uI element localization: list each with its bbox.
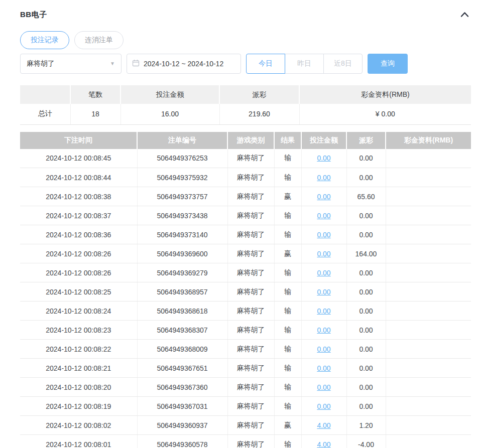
table-row: 2024-10-12 00:08:24 5064949368618 麻将胡了 输… (20, 302, 471, 321)
cell-payout: 0.00 (346, 225, 386, 244)
table-row: 2024-10-12 00:08:36 5064949373140 麻将胡了 输… (20, 225, 471, 244)
cell-game-type: 麻将胡了 (227, 302, 274, 321)
collapse-panel-button[interactable] (458, 11, 471, 19)
cell-result: 输 (274, 302, 301, 321)
cell-bonus (386, 340, 471, 359)
date-range-input[interactable]: 2024-10-12 ~ 2024-10-12 (127, 54, 241, 74)
quick-range-button-2[interactable]: 近8日 (323, 54, 363, 74)
cell-payout: 0.00 (346, 359, 386, 378)
bet-amount-link[interactable]: 0.00 (317, 402, 330, 410)
cell-bonus (386, 282, 471, 302)
cell-payout: 0.00 (346, 397, 386, 416)
cell-order-number: 5064949373140 (137, 225, 227, 244)
cell-order-number: 5064949368307 (137, 321, 227, 340)
cell-bet-amount: 0.00 (301, 244, 346, 263)
cell-bet-amount: 0.00 (301, 359, 346, 378)
bet-amount-link[interactable]: 0.00 (317, 154, 330, 162)
summary-total-count: 18 (70, 104, 121, 124)
cell-order-number: 5064949369600 (137, 244, 227, 263)
cell-bet-time: 2024-10-12 00:08:25 (20, 282, 137, 302)
bet-amount-link[interactable]: 4.00 (317, 421, 330, 429)
cell-game-type: 麻将胡了 (227, 397, 274, 416)
tab-1[interactable]: 连消注单 (74, 31, 124, 49)
cell-game-type: 麻将胡了 (227, 263, 274, 282)
cell-bet-time: 2024-10-12 00:08:20 (20, 378, 137, 397)
table-row: 2024-10-12 00:08:19 5064949367031 麻将胡了 输… (20, 397, 471, 416)
cell-payout: -4.00 (346, 435, 386, 448)
bet-amount-link[interactable]: 0.00 (317, 307, 330, 315)
cell-bet-time: 2024-10-12 00:08:01 (20, 435, 137, 448)
summary-table: 笔数 投注金额 派彩 彩金资料(RMB) 总计 18 16.00 219.60 … (20, 85, 471, 125)
chevron-up-icon (460, 12, 469, 19)
cell-bet-time: 2024-10-12 00:08:21 (20, 359, 137, 378)
cell-game-type: 麻将胡了 (227, 282, 274, 302)
bet-amount-link[interactable]: 0.00 (317, 174, 330, 182)
cell-game-type: 麻将胡了 (227, 149, 274, 168)
bet-amount-link[interactable]: 0.00 (317, 345, 330, 353)
cell-order-number: 5064949368009 (137, 340, 227, 359)
cell-bonus (386, 225, 471, 244)
calendar-icon (132, 59, 140, 68)
cell-bet-time: 2024-10-12 00:08:38 (20, 187, 137, 206)
table-row: 2024-10-12 00:08:25 5064949368957 麻将胡了 输… (20, 282, 471, 302)
cell-result: 输 (274, 149, 301, 168)
table-row: 2024-10-12 00:08:26 5064949369279 麻将胡了 输… (20, 263, 471, 282)
column-header: 彩金资料(RMB) (386, 132, 471, 149)
bet-amount-link[interactable]: 0.00 (317, 250, 330, 258)
cell-result: 输 (274, 263, 301, 282)
cell-game-type: 麻将胡了 (227, 378, 274, 397)
summary-total-label: 总计 (20, 104, 70, 124)
bet-amount-link[interactable]: 0.00 (317, 269, 330, 277)
cell-order-number: 5064949376253 (137, 149, 227, 168)
game-select[interactable]: 麻将胡了 ▼ (20, 54, 122, 74)
query-button[interactable]: 查询 (368, 54, 408, 74)
page-title: BB电子 (20, 10, 47, 20)
quick-range-button-1[interactable]: 昨日 (285, 54, 324, 74)
column-header: 结果 (274, 132, 301, 149)
cell-result: 输 (274, 321, 301, 340)
bet-amount-link[interactable]: 0.00 (317, 326, 330, 334)
table-row: 2024-10-12 00:08:44 5064949375932 麻将胡了 输… (20, 168, 471, 187)
bet-amount-link[interactable]: 0.00 (317, 193, 330, 201)
cell-payout: 65.60 (346, 187, 386, 206)
tab-0[interactable]: 投注记录 (20, 31, 69, 49)
table-row: 2024-10-12 00:08:37 5064949373438 麻将胡了 输… (20, 206, 471, 225)
bet-amount-link[interactable]: 0.00 (317, 364, 330, 372)
cell-bonus (386, 168, 471, 187)
cell-bonus (386, 378, 471, 397)
record-type-tabs: 投注记录连消注单 (20, 31, 471, 49)
records-tbody: 2024-10-12 00:08:45 5064949376253 麻将胡了 输… (20, 149, 471, 448)
cell-bonus (386, 416, 471, 435)
cell-result: 输 (274, 397, 301, 416)
cell-payout: 0.00 (346, 263, 386, 282)
bet-amount-link[interactable]: 4.00 (317, 440, 330, 448)
bet-amount-link[interactable]: 0.00 (317, 383, 330, 391)
filter-bar: 麻将胡了 ▼ 2024-10-12 ~ 2024-10-12 今日昨日近8日 查… (20, 54, 471, 74)
cell-bet-amount: 0.00 (301, 149, 346, 168)
cell-game-type: 麻将胡了 (227, 435, 274, 448)
summary-header-payout: 派彩 (219, 85, 299, 104)
summary-header-blank (20, 85, 70, 104)
bet-amount-link[interactable]: 0.00 (317, 212, 330, 220)
quick-range-button-0[interactable]: 今日 (246, 54, 285, 74)
records-header-row: 下注时间注单编号游戏类别结果投注金额派彩彩金资料(RMB) (20, 132, 471, 149)
cell-bet-amount: 0.00 (301, 340, 346, 359)
bet-amount-link[interactable]: 0.00 (317, 231, 330, 239)
table-row: 2024-10-12 00:08:23 5064949368307 麻将胡了 输… (20, 321, 471, 340)
cell-bet-time: 2024-10-12 00:08:45 (20, 149, 137, 168)
table-row: 2024-10-12 00:08:45 5064949376253 麻将胡了 输… (20, 149, 471, 168)
cell-bet-time: 2024-10-12 00:08:37 (20, 206, 137, 225)
cell-bet-amount: 4.00 (301, 416, 346, 435)
quick-range-group: 今日昨日近8日 (246, 54, 363, 74)
cell-order-number: 5064949373757 (137, 187, 227, 206)
cell-bet-time: 2024-10-12 00:08:02 (20, 416, 137, 435)
cell-result: 输 (274, 282, 301, 302)
cell-bet-amount: 0.00 (301, 263, 346, 282)
cell-payout: 0.00 (346, 206, 386, 225)
table-row: 2024-10-12 00:08:21 5064949367651 麻将胡了 输… (20, 359, 471, 378)
date-range-value: 2024-10-12 ~ 2024-10-12 (144, 60, 223, 68)
cell-order-number: 5064949373438 (137, 206, 227, 225)
table-row: 2024-10-12 00:08:01 5064949360578 麻将胡了 输… (20, 435, 471, 448)
bet-amount-link[interactable]: 0.00 (317, 288, 330, 296)
cell-result: 输 (274, 168, 301, 187)
